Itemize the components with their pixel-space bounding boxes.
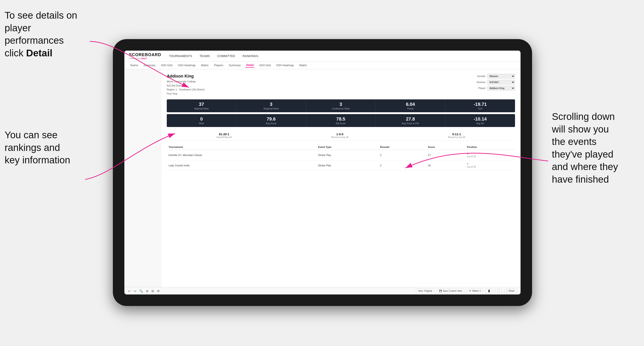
- subnav-h2h-grid[interactable]: H2H Grid: [160, 63, 174, 67]
- stat-adj-score-value: 78.5: [308, 116, 374, 122]
- subnav-teams[interactable]: Teams: [129, 63, 139, 67]
- player-select[interactable]: Addison King: [488, 86, 515, 90]
- subnav-players[interactable]: Players: [213, 63, 224, 67]
- zoom-in-icon[interactable]: ⊕: [146, 289, 148, 293]
- redo-icon[interactable]: ↪: [134, 289, 136, 293]
- tournament-score-2: 16: [426, 160, 465, 171]
- col-score: Score: [426, 144, 465, 150]
- view-original-button[interactable]: View: Original: [416, 289, 434, 293]
- record-top50: 5-11-1 Record vs top 50: [448, 133, 466, 139]
- top-nav-links: TOURNAMENTS TEAMS COMMITTEE RANKINGS: [168, 54, 259, 58]
- main-content: Addison King Mesa Community College NJCA…: [124, 69, 520, 287]
- tournament-rounds-2: 2: [378, 160, 426, 171]
- stat-national-rank: 37 National Rank: [167, 99, 236, 112]
- col-event-type: Event Type: [316, 144, 378, 150]
- save-label: Save Custom View: [443, 290, 462, 292]
- undo-icon[interactable]: ↩: [128, 289, 131, 293]
- stat-national-rank-label: National Rank: [168, 107, 234, 110]
- save-custom-view-button[interactable]: 💾 Save Custom View: [437, 289, 464, 293]
- nav-committee[interactable]: COMMITTEE: [216, 54, 236, 58]
- zoom-out-icon[interactable]: 🔍: [139, 289, 143, 293]
- subnav-h2h-heatmap[interactable]: H2H Heatmap: [177, 63, 196, 67]
- nav-tournaments[interactable]: TOURNAMENTS: [168, 54, 193, 58]
- annotation-bottomleft: You can see rankings and key information: [4, 129, 83, 167]
- stat-avg-score-par: 27.8 Avg Score to Par: [376, 114, 445, 127]
- gender-select[interactable]: Women: [488, 74, 515, 78]
- record-top25: 1-5-0 Record vs top 25: [331, 133, 349, 139]
- stat-national-rank-value: 37: [168, 102, 234, 107]
- stat-avg-sg-label: Avg SG: [447, 122, 513, 125]
- player-controls: Gender Women Division NJCAA I: [473, 74, 515, 96]
- tournament-event-type-1: Stroke Play: [316, 150, 378, 160]
- left-panel: [124, 69, 161, 287]
- tournament-name-2: Lady Coyote Invite: [167, 160, 303, 171]
- col-rounds: Rounds: [378, 144, 426, 150]
- player-info: Addison King Mesa Community College NJCA…: [167, 74, 204, 96]
- stat-wins-value: 0: [168, 116, 234, 122]
- col-empty: [303, 144, 316, 150]
- stat-avg-score: 79.6 Avg Score: [236, 114, 306, 127]
- subnav-detail[interactable]: Detail: [245, 63, 255, 68]
- expand-button[interactable]: ⛶: [495, 289, 502, 293]
- stat-points-value: 6.04: [378, 102, 443, 107]
- subnav-h2h-grid2[interactable]: H2H Grid: [258, 63, 272, 67]
- player-year: First Year: [167, 92, 204, 96]
- stat-wins: 0 Wins: [167, 114, 236, 127]
- table-row: Estrella CC- Mountain Classic Stroke Pla…: [167, 150, 515, 160]
- tournament-position-1: 4 out of 20: [465, 150, 515, 160]
- tournament-extra-1: [303, 150, 316, 160]
- tournament-position-2: 7 out of 20: [465, 160, 515, 171]
- player-school: Mesa Community College: [167, 80, 204, 84]
- watch-dropdown-icon: ▾: [480, 290, 481, 292]
- logo-scoreboard: SCOREBOARD: [129, 52, 161, 57]
- tournament-event-type-2: Stroke Play: [316, 160, 378, 171]
- view-original-label: View: Original: [418, 290, 432, 292]
- share-icon: ⤴: [506, 290, 508, 292]
- subnav-matrix[interactable]: Matrix: [200, 63, 210, 67]
- stat-sos-value: -19.71: [447, 102, 513, 107]
- record-top25-value: 1-5-0: [331, 133, 349, 136]
- watch-label: Watch: [472, 290, 478, 292]
- nav-teams[interactable]: TEAMS: [198, 54, 211, 58]
- watch-icon: 👁: [469, 290, 471, 292]
- annotation-right: Scrolling down will show you the events …: [552, 110, 640, 186]
- stat-conference-rank-value: 3: [308, 102, 374, 107]
- grid-icon[interactable]: ⊞: [151, 289, 154, 293]
- top-navigation: SCOREBOARD Powered by clippd TOURNAMENTS…: [124, 51, 520, 62]
- records-row: 91-20-1 Overall Record 1-5-0 Record vs t…: [167, 131, 515, 141]
- stat-avg-score-par-value: 27.8: [378, 116, 443, 122]
- stat-avg-sg-value: -10.14: [447, 116, 513, 122]
- stat-sos-label: SoS: [447, 107, 513, 110]
- gender-label: Gender: [473, 75, 486, 78]
- logo-powered: Powered by clippd: [129, 57, 161, 60]
- player-control: Player Addison King: [473, 86, 515, 90]
- division-select[interactable]: NJCAA I: [488, 80, 515, 84]
- player-name: Addison King: [167, 74, 204, 79]
- stat-wins-label: Wins: [168, 122, 234, 125]
- tournament-name-1: Estrella CC- Mountain Classic: [167, 150, 303, 160]
- nav-rankings[interactable]: RANKINGS: [242, 54, 259, 58]
- stat-adj-score: 78.5 Adj Score: [306, 114, 376, 127]
- right-content: Addison King Mesa Community College NJCA…: [161, 69, 520, 287]
- subnav-summary2[interactable]: Summary: [228, 63, 242, 67]
- stat-conference-rank: 3 Conference Rank: [306, 99, 376, 112]
- player-division: NJCAA Division 1: [167, 84, 204, 88]
- subnav-summary[interactable]: Summary: [142, 63, 156, 67]
- device-button[interactable]: 📱: [486, 289, 492, 293]
- col-position: Position: [465, 144, 515, 150]
- record-overall-label: Overall Record: [216, 136, 232, 139]
- player-region: Region 1 - Southwest (18) District: [167, 88, 204, 92]
- annotation-topleft: To see details on player performances cl…: [4, 9, 92, 59]
- tablet-screen: SCOREBOARD Powered by clippd TOURNAMENTS…: [124, 51, 520, 295]
- stats-row-2: 0 Wins 79.6 Avg Score 78.5 Adj Score 27.…: [167, 114, 515, 127]
- share-button[interactable]: ⤴ Share: [504, 289, 517, 293]
- subnav-h2h-heatmap2[interactable]: H2H Heatmap: [275, 63, 294, 67]
- division-label: Division: [473, 81, 486, 84]
- record-overall-value: 91-20-1: [216, 133, 232, 136]
- settings-icon[interactable]: ⚙: [157, 289, 160, 293]
- watch-button[interactable]: 👁 Watch ▾: [467, 289, 483, 293]
- stat-points-label: Points: [378, 107, 443, 110]
- col-tournament: Tournament: [167, 144, 303, 150]
- subnav-matrix2[interactable]: Matrix: [298, 63, 308, 67]
- table-row: Lady Coyote Invite Stroke Play 2 16 7 ou…: [167, 160, 515, 171]
